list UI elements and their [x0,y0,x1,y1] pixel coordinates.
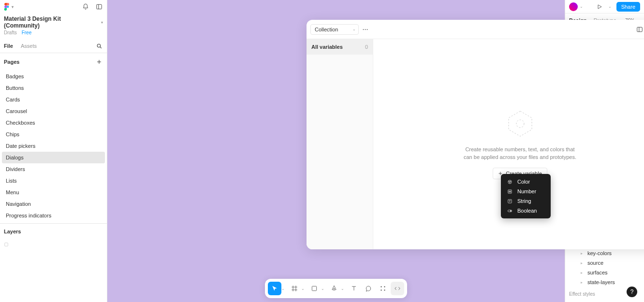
tab-file[interactable]: File [4,39,13,53]
svg-rect-1 [97,4,102,9]
help-button[interactable]: ? [627,287,637,297]
svg-point-40 [381,289,381,290]
text-tool[interactable] [347,282,361,295]
file-location[interactable]: Drafts [4,30,17,35]
variable-type-menu: ColorNumberStringBoolean [501,174,551,218]
page-item[interactable]: Chips [2,129,105,140]
svg-rect-20 [508,189,511,193]
frame-tool[interactable] [288,282,301,295]
chevron-down-icon: ▾ [12,5,14,9]
actions-tool[interactable] [376,282,390,295]
move-tool[interactable] [268,282,281,295]
add-page-icon[interactable] [95,58,103,66]
frame-tool-caret[interactable]: ⌄ [301,287,305,291]
all-variables-item[interactable]: All variables 0 [307,39,373,55]
canvas[interactable]: Collection ⌄ ··· All variables 0 [107,0,565,302]
chevron-down-icon[interactable]: ⌄ [608,4,612,9]
all-variables-count: 0 [365,44,368,50]
svg-point-13 [516,120,524,128]
svg-point-38 [381,286,381,287]
color-type-icon [507,179,512,185]
svg-point-3 [97,44,101,47]
page-item[interactable]: Dividers [2,163,105,175]
page-item[interactable]: Menu [2,187,105,198]
move-tool-caret[interactable]: ⌄ [281,287,285,291]
page-item[interactable]: Navigation [2,198,105,210]
page-item[interactable]: Lists [2,175,105,187]
variable-type-number[interactable]: Number [501,187,551,196]
collection-select[interactable]: Collection ⌄ [310,24,359,35]
variable-type-boolean[interactable]: Boolean [501,206,551,216]
page-item[interactable]: Buttons [2,82,105,94]
variable-type-string[interactable]: String [501,196,551,206]
all-variables-label: All variables [311,44,343,50]
pen-tool[interactable] [327,282,341,295]
toolbar: ⌄ ⌄ ⌄ ⌄ [265,279,407,298]
file-name[interactable]: Material 3 Design Kit (Community) [4,15,98,29]
number-type-icon [507,188,512,194]
svg-point-35 [334,288,335,289]
chevron-down-icon[interactable]: ⌄ [580,4,583,9]
svg-line-4 [100,47,102,48]
more-options-icon[interactable]: ··· [362,26,369,33]
boolean-type-icon [507,208,512,214]
page-item[interactable]: Carousel [2,105,105,117]
share-button[interactable]: Share [616,2,640,12]
shape-tool[interactable] [307,282,321,295]
string-type-icon [507,198,512,204]
figma-menu[interactable]: ▾ [4,3,14,11]
notifications-icon[interactable] [82,3,89,11]
layer-item[interactable] [0,239,107,250]
pen-tool-caret[interactable]: ⌄ [341,287,344,291]
file-plan[interactable]: Free [22,30,32,35]
svg-point-41 [384,289,385,290]
chevron-down-icon: ⌄ [352,27,356,31]
color-style-group[interactable]: ▸surfaces [565,268,644,277]
page-item[interactable]: Date pickers [2,140,105,152]
color-style-group[interactable]: ▸key-colors [565,248,644,258]
empty-state-icon [506,109,535,138]
variable-type-color[interactable]: Color [501,177,551,187]
present-icon[interactable] [596,3,603,11]
page-item[interactable]: Checkboxes [2,117,105,129]
page-item[interactable]: Badges [2,71,105,82]
left-panel: ▾ Material 3 Design Kit (Community) ▾ Dr… [0,0,107,302]
pages-header: Pages [4,59,19,65]
svg-point-16 [508,180,511,183]
svg-point-39 [384,286,385,287]
page-item[interactable]: Progress indicators [2,210,105,221]
panel-layout-icon[interactable] [636,26,644,33]
svg-marker-42 [598,5,601,9]
avatar[interactable] [569,2,578,11]
svg-rect-7 [5,243,8,246]
comment-tool[interactable] [362,282,375,295]
collection-label: Collection [315,27,338,32]
page-item[interactable]: Dialogs [2,152,105,163]
color-style-group[interactable]: ▸state-layers [565,277,644,287]
variables-modal: Collection ⌄ ··· All variables 0 [307,20,644,249]
color-style-group[interactable]: ▸source [565,258,644,268]
svg-rect-34 [312,286,316,290]
page-item[interactable]: Cards [2,94,105,105]
svg-marker-12 [509,111,532,136]
chevron-down-icon[interactable]: ▾ [101,20,103,25]
panel-toggle-icon[interactable] [95,3,103,11]
svg-point-29 [510,210,511,211]
svg-point-17 [509,181,509,181]
svg-point-18 [510,181,511,181]
svg-point-19 [509,182,510,183]
svg-rect-8 [637,27,643,31]
search-icon[interactable] [95,42,103,50]
empty-state-text: Create reusable numbers, text, and color… [462,146,578,161]
dev-mode-tool[interactable] [391,282,404,295]
layers-header: Layers [4,229,21,234]
tab-assets[interactable]: Assets [21,39,37,53]
svg-point-0 [7,6,9,8]
shape-tool-caret[interactable]: ⌄ [321,287,324,291]
